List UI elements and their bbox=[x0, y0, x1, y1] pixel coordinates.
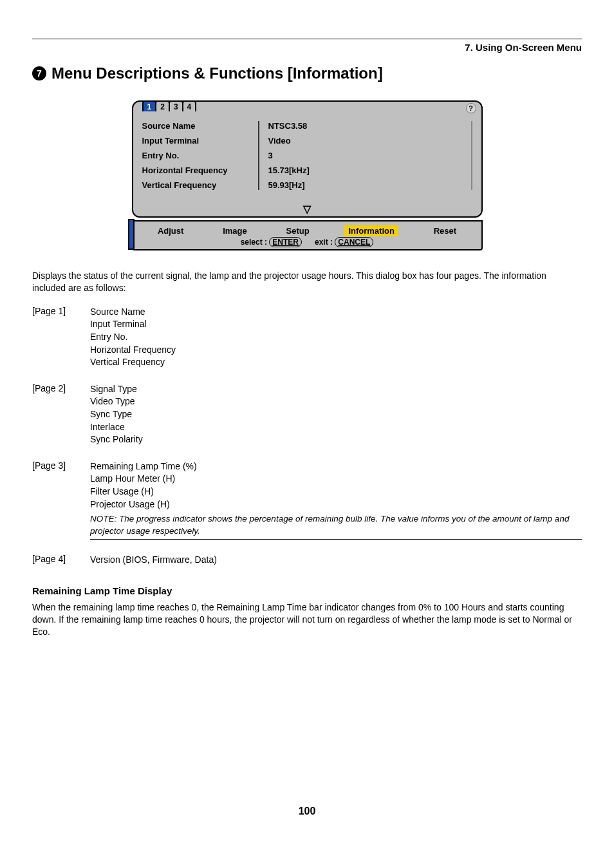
page-item: Projector Usage (H) bbox=[90, 498, 582, 511]
cancel-key-hint: CANCEL bbox=[335, 237, 373, 247]
remaining-lamp-subhead: Remaining Lamp Time Display bbox=[32, 585, 582, 596]
page-items: Remaining Lamp Time (%)Lamp Hour Meter (… bbox=[90, 460, 582, 540]
page-block: [Page 4]Version (BIOS, Firmware, Data) bbox=[32, 554, 582, 567]
help-icon[interactable]: ? bbox=[466, 103, 476, 113]
osd-menu-reset[interactable]: Reset bbox=[430, 225, 460, 236]
hint-select: select : ENTER bbox=[241, 238, 302, 247]
intro-paragraph: Displays the status of the current signa… bbox=[32, 270, 582, 294]
osd-tab-1[interactable]: 1 bbox=[142, 100, 157, 111]
enter-key-hint: ENTER bbox=[269, 237, 302, 247]
page-label: [Page 2] bbox=[32, 383, 77, 393]
osd-row-value: 15.73[kHz] bbox=[268, 165, 462, 175]
page-item: Remaining Lamp Time (%) bbox=[90, 460, 582, 473]
page-item: Filter Usage (H) bbox=[90, 486, 582, 498]
page-items: Source NameInput TerminalEntry No.Horizo… bbox=[90, 306, 582, 369]
osd-side-tab bbox=[128, 219, 135, 250]
osd-row-label: Input Terminal bbox=[142, 136, 245, 146]
page-item: Horizontal Frequency bbox=[90, 344, 582, 357]
osd-tab-4[interactable]: 4 bbox=[182, 100, 197, 111]
page-item: Vertical Frequency bbox=[90, 356, 582, 369]
osd-tab-3[interactable]: 3 bbox=[169, 100, 183, 111]
page-block: [Page 1]Source NameInput TerminalEntry N… bbox=[32, 306, 582, 369]
page-label: [Page 1] bbox=[32, 306, 77, 316]
osd-row-label: Vertical Frequency bbox=[142, 180, 245, 190]
page-number: 100 bbox=[32, 806, 582, 817]
page-label: [Page 3] bbox=[32, 460, 77, 471]
page-item: Sync Polarity bbox=[90, 433, 582, 446]
page-note: NOTE: The progress indicator shows the p… bbox=[90, 513, 582, 540]
page-item: Source Name bbox=[90, 306, 582, 319]
page-items: Version (BIOS, Firmware, Data) bbox=[90, 554, 582, 567]
osd-row-value: 59.93[Hz] bbox=[268, 180, 462, 190]
osd-menu-setup[interactable]: Setup bbox=[282, 225, 313, 236]
osd-row-value: 3 bbox=[268, 151, 462, 160]
page-block: [Page 3]Remaining Lamp Time (%)Lamp Hour… bbox=[32, 460, 582, 540]
section-title: 7 Menu Descriptions & Functions [Informa… bbox=[32, 64, 582, 82]
page-item: Entry No. bbox=[90, 331, 582, 344]
page-item: Sync Type bbox=[90, 408, 582, 421]
page-items: Signal TypeVideo TypeSync TypeInterlaceS… bbox=[90, 383, 582, 446]
remaining-lamp-paragraph: When the remaining lamp time reaches 0, … bbox=[32, 601, 582, 638]
page-item: Interlace bbox=[90, 421, 582, 434]
page-item: Version (BIOS, Firmware, Data) bbox=[90, 554, 582, 567]
osd-row-value: Video bbox=[268, 136, 462, 146]
osd-tab-2[interactable]: 2 bbox=[155, 100, 170, 111]
page-block: [Page 2]Signal TypeVideo TypeSync TypeIn… bbox=[32, 383, 582, 446]
chapter-header: 7. Using On-Screen Menu bbox=[32, 42, 582, 53]
page-item: Signal Type bbox=[90, 383, 582, 396]
page-item: Video Type bbox=[90, 395, 582, 408]
section-number-badge: 7 bbox=[32, 66, 46, 80]
osd-menu-information[interactable]: Information bbox=[344, 225, 398, 236]
osd-dialog: 1234 ? Source NameInput TerminalEntry No… bbox=[132, 100, 483, 250]
down-arrow-icon[interactable]: ▽ bbox=[133, 199, 481, 216]
page-item: Lamp Hour Meter (H) bbox=[90, 473, 582, 486]
section-title-text: Menu Descriptions & Functions [Informati… bbox=[51, 64, 383, 82]
hint-exit: exit : CANCEL bbox=[315, 238, 373, 247]
page-label: [Page 4] bbox=[32, 554, 77, 564]
page-item: Input Terminal bbox=[90, 318, 582, 331]
osd-row-label: Horizontal Frequency bbox=[142, 165, 245, 175]
osd-row-label: Source Name bbox=[142, 121, 245, 131]
osd-row-value: NTSC3.58 bbox=[268, 121, 462, 131]
osd-row-label: Entry No. bbox=[142, 151, 245, 160]
osd-menu-adjust[interactable]: Adjust bbox=[154, 225, 187, 236]
osd-menu-image[interactable]: Image bbox=[219, 225, 251, 236]
